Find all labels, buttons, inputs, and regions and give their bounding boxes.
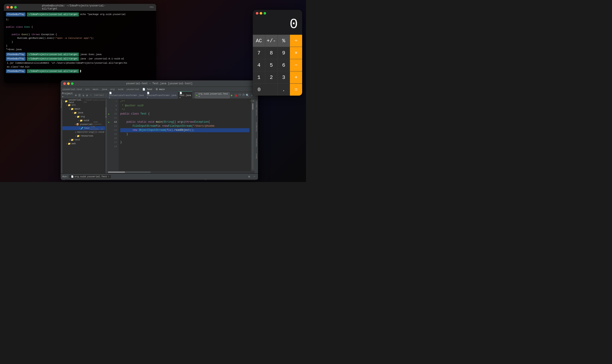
database-label[interactable]: Database xyxy=(255,137,258,148)
prompt-line-1: PhoebeBuffay ~/IdeaProjects/ysoserial-al… xyxy=(6,13,154,16)
prompt-user-2: PhoebeBuffay xyxy=(6,52,26,57)
line-num-9: 9 xyxy=(112,108,118,112)
calc-btn-plus[interactable]: + xyxy=(290,71,302,83)
editor-scrollbar[interactable] xyxy=(252,103,253,169)
calc-maximize-btn[interactable] xyxy=(263,12,266,14)
line-num-18: 18 xyxy=(112,144,118,149)
coverage-btn[interactable]: 🛡 xyxy=(238,93,241,97)
breadcrumb-src[interactable]: src xyxy=(85,88,90,91)
calc-btn-dot[interactable]: . xyxy=(278,84,290,96)
structure-label[interactable]: Structure xyxy=(105,107,107,118)
toolbar-btn-5[interactable]: − xyxy=(89,93,92,97)
run-settings-btn[interactable]: ⚙ xyxy=(247,175,251,179)
github-copilot-label[interactable]: GitHub Copilot xyxy=(255,100,258,117)
tree-item-root[interactable]: ▾ 📁 ysuserial-test ~/IdeaProjects/ysuser… xyxy=(62,99,105,103)
tree-root-path: ~/IdeaProjects/ysuserial-tes xyxy=(83,99,105,103)
toolbar-btn-4[interactable]: ⚙ xyxy=(86,93,88,97)
calc-btn-6[interactable]: 6 xyxy=(278,59,290,71)
scrollbar-thumb[interactable] xyxy=(252,103,253,110)
maven-label[interactable]: Maven xyxy=(255,152,258,160)
project-panel-label[interactable]: Project xyxy=(61,100,63,108)
toolbar-nav[interactable]: ↗ xyxy=(250,93,253,97)
prompt-line-3: PhoebeBuffay ~/IdeaProjects/ysoserial-al… xyxy=(6,57,154,61)
toolbar-search[interactable]: 🔍 xyxy=(246,93,249,97)
toolbar-file-tabs: 📄 InstantiateTransformer.java × 📄 Chaine… xyxy=(108,91,192,99)
run-dropdown[interactable]: ▶ org.su18.ysuserial.Test ▾ xyxy=(195,92,230,98)
run-tab-close[interactable]: × xyxy=(108,176,109,178)
run-tab[interactable]: 📄 org.su18.ysuserial.Test × xyxy=(69,175,111,178)
run-panel-header: Run: 📄 org.su18.ysuserial.Test × ⚙ − xyxy=(61,174,258,180)
prompt-user-1: PhoebeBuffay xyxy=(6,13,26,16)
tree-item-org[interactable]: ▾ 📁 org xyxy=(62,115,105,118)
breadcrumb-project[interactable]: ysuserial-test xyxy=(62,88,82,91)
ij-maximize-btn[interactable] xyxy=(71,82,74,85)
calc-traffic-lights xyxy=(253,10,302,16)
calc-btn-0[interactable]: 0 xyxy=(253,84,277,96)
run-gutter-icon-2[interactable]: ▶ xyxy=(107,120,111,124)
calc-btn-9[interactable]: 9 xyxy=(278,47,290,59)
code-line-13: FileInputStream fis = new FileInputStrea… xyxy=(120,124,249,128)
toolbar-btn-2[interactable]: ☰ xyxy=(78,93,81,97)
tree-item-test-class[interactable]: ▾ 🧪 Test 100% methods, 10 xyxy=(62,126,105,130)
calc-btn-2[interactable]: 2 xyxy=(265,71,277,83)
calc-btn-8[interactable]: 8 xyxy=(265,47,277,59)
folder-icon-root: 📁 xyxy=(65,100,68,103)
calc-minimize-btn[interactable] xyxy=(260,12,262,14)
calc-close-btn[interactable] xyxy=(256,12,258,14)
tree-label-main: main xyxy=(74,108,80,110)
prompt-cmd-2: javac Exec.java xyxy=(80,53,102,56)
toolbar-tab-test[interactable]: 📄 Test.java × xyxy=(178,91,192,99)
ij-code-content[interactable]: /** * @author su18 */ public class Test … xyxy=(118,99,251,171)
toolbar-tab-chain[interactable]: 📄 ChainedTransformer.java × xyxy=(146,91,178,99)
tree-item-web[interactable]: ▸ 📁 web xyxy=(62,142,105,145)
debug-btn[interactable]: 🐞 xyxy=(234,93,238,97)
terminal-close-btn[interactable] xyxy=(6,6,9,9)
calc-btn-3[interactable]: 3 xyxy=(278,71,290,83)
calc-btn-plusminus[interactable]: +/- xyxy=(265,35,277,47)
ij-hscrollbar[interactable] xyxy=(107,171,255,173)
prompt-path-1: ~/IdeaProjects/ysoserial-all/target xyxy=(27,13,79,16)
run-tab-icon: 📄 xyxy=(71,175,74,178)
ij-close-btn[interactable] xyxy=(63,82,66,85)
structure-panel: Structure xyxy=(105,99,107,173)
calc-btn-5[interactable]: 5 xyxy=(265,59,277,71)
tree-item-java[interactable]: ▾ 📁 java xyxy=(62,111,105,115)
run-btn[interactable]: ▶ xyxy=(231,93,233,97)
code-line-11 xyxy=(120,116,249,120)
calc-btn-minus[interactable]: − xyxy=(290,59,302,71)
calc-btn-equals[interactable]: = xyxy=(290,84,302,96)
terminal-maximize-btn[interactable] xyxy=(14,6,17,9)
code-line-7: /** xyxy=(120,100,249,104)
code-line-8: * @author su18 xyxy=(120,104,249,108)
tree-item-test-dir[interactable]: ▸ 📁 test xyxy=(62,138,105,142)
toolbar-tab-inst[interactable]: 📄 InstantiateTransformer.java × xyxy=(108,91,145,99)
profile-btn[interactable]: ⏱ xyxy=(242,93,245,97)
prompt-path-2: ~/IdeaProjects/ysoserial-all/target xyxy=(27,52,79,57)
ij-minimize-btn[interactable] xyxy=(67,82,70,85)
toolbar-btn-3[interactable]: ⇅ xyxy=(82,93,85,97)
tree-item-src[interactable]: ▾ 📁 src xyxy=(62,103,105,107)
tree-item-main-method[interactable]: ▷ main(String[]):void xyxy=(62,130,105,134)
calc-btn-multiply[interactable]: × xyxy=(290,47,302,59)
hscrollbar-thumb[interactable] xyxy=(108,171,125,173)
tree-item-ysuserial[interactable]: ▾ 📦 ysuserial 100% classes, 1 xyxy=(62,122,105,126)
prompt-cmd-5: ec.class'>AA.bin xyxy=(6,65,30,69)
code-line-12: public static void main(String[] args) t… xyxy=(120,120,249,124)
run-gutter-icon[interactable]: ▶ xyxy=(107,112,111,116)
file-tree: ▾ 📁 ysuserial-test ~/IdeaProjects/ysuser… xyxy=(62,99,105,173)
decompile-label[interactable]: Decompile xyxy=(255,121,258,133)
terminal-traffic-lights xyxy=(6,6,17,9)
tree-item-main[interactable]: ▾ 📁 main xyxy=(62,107,105,111)
terminal-minimize-btn[interactable] xyxy=(10,6,13,9)
code-line-16 xyxy=(120,136,249,140)
editor-line-indicator: ✓ 1 ▲ ▼ xyxy=(250,100,255,102)
calc-btn-ac[interactable]: AC xyxy=(253,35,265,47)
calc-btn-divide[interactable]: ÷ xyxy=(290,35,302,47)
run-close-btn[interactable]: − xyxy=(252,175,256,179)
calc-btn-1[interactable]: 1 xyxy=(253,71,265,83)
calc-btn-percent[interactable]: % xyxy=(278,35,290,47)
calc-btn-7[interactable]: 7 xyxy=(253,47,265,59)
toolbar-btn-1[interactable]: ⊕ xyxy=(74,93,77,97)
calc-btn-4[interactable]: 4 xyxy=(253,59,265,71)
tree-item-resources[interactable]: ▸ 📁 resources xyxy=(62,134,105,138)
